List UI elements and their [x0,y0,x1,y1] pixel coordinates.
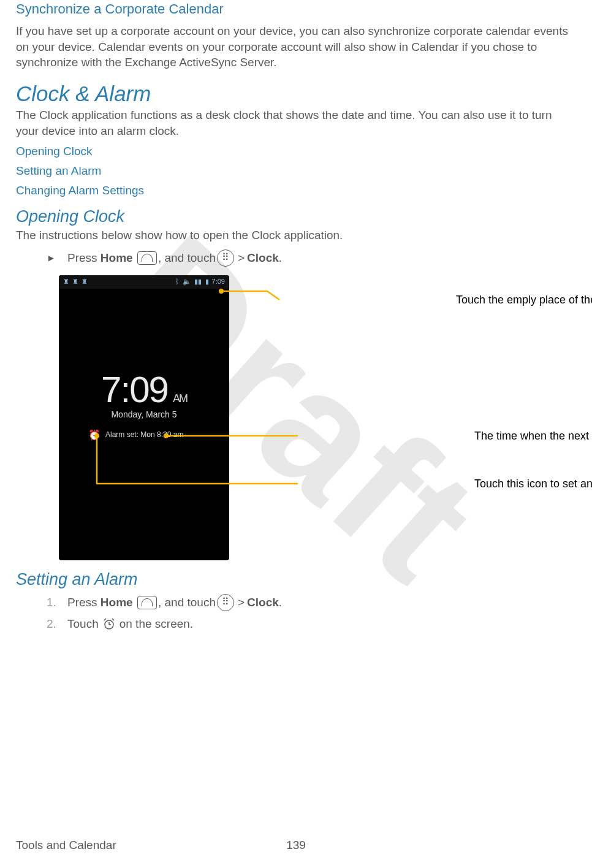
clock-ampm: AM [173,392,187,405]
step-number-1: 1. [47,596,67,609]
text-and-touch: , and touch [158,596,216,609]
heading-opening-clock: Opening Clock [16,207,576,226]
text-on-the-screen: on the screen. [120,617,193,631]
text-and-touch: , and touch [158,251,216,265]
heading-setting-an-alarm: Setting an Alarm [16,570,576,589]
text-greater-than: > [238,596,245,609]
clock-time: 7:09 AM [101,368,187,411]
alarm-row: ⏰ Alarm set: Mon 8:30 am [59,429,229,441]
notification-icon: ♜ [63,278,69,285]
text-press: Press [67,251,97,265]
notification-icon: ♜ [72,278,78,285]
signal-icon: ▮▮ [194,278,202,285]
step-number-2: 2. [47,617,67,631]
apps-icon [217,594,234,611]
paragraph-clock-alarm-body: The Clock application functions as a des… [16,107,576,139]
volume-icon: 🔈 [183,278,191,285]
text-greater-than: > [238,251,245,265]
home-icon [137,596,157,609]
home-icon [137,251,157,265]
callout-next-alarm: The time when the next alarm is set. [474,430,592,443]
heading-sync-corporate-calendar: Synchronize a Corporate Calendar [16,1,576,17]
text-home-bold: Home [101,251,133,265]
callout-set-alarm-icon: Touch this icon to set an alarm. [474,478,592,490]
text-clock-bold: Clock [247,251,279,265]
step-1-press-home: 1. Press Home , and touch > Clock . [47,594,576,611]
alarm-icon: ⏰ [88,429,101,441]
paragraph-sync-body: If you have set up a corporate account o… [16,23,576,70]
text-home-bold: Home [101,596,133,609]
text-clock-bold: Clock [247,596,279,609]
statusbar-right-icons: ᛒ 🔈 ▮▮ ▮ 7:09 [175,278,226,286]
bluetooth-icon: ᛒ [175,278,180,285]
svg-line-7 [112,619,114,620]
step-2-touch-alarm: 2. Touch on the screen. [47,616,576,632]
bullet-triangle-icon: ► [47,253,67,263]
figure-clock-screenshot: ♜ ♜ ♜ ᛒ 🔈 ▮▮ ▮ 7:09 7:09 AM [59,275,576,560]
statusbar-time: 7:09 [212,278,225,285]
link-changing-alarm-settings[interactable]: Changing Alarm Settings [16,184,576,197]
statusbar-left-icons: ♜ ♜ ♜ [63,278,88,286]
svg-line-6 [104,619,106,620]
text-period: . [279,596,282,609]
text-press: Press [67,596,97,609]
clock-face: 7:09 AM Monday, March 5 [59,368,229,419]
heading-clock-alarm: Clock & Alarm [16,82,576,106]
callout-dim-screen: Touch the emply place of the screen to d… [456,294,592,306]
phone-statusbar: ♜ ♜ ♜ ᛒ 🔈 ▮▮ ▮ 7:09 [59,275,229,289]
page-footer: Tools and Calendar 139 [16,839,576,852]
phone-mock: ♜ ♜ ♜ ᛒ 🔈 ▮▮ ▮ 7:09 7:09 AM [59,275,229,560]
footer-page-number: 139 [286,839,306,852]
footer-section-name: Tools and Calendar [16,839,116,852]
step-open-clock: ► Press Home , and touch > Clock . [47,249,576,267]
text-period: . [279,251,282,265]
notification-icon: ♜ [82,278,88,285]
link-opening-clock[interactable]: Opening Clock [16,145,576,158]
alarm-clock-icon [101,616,117,632]
clock-date: Monday, March 5 [59,409,229,419]
clock-time-value: 7:09 [101,368,168,411]
battery-icon: ▮ [205,278,209,285]
paragraph-opening-clock-body: The instructions below show how to open … [16,227,576,243]
apps-icon [217,249,234,267]
text-touch: Touch [67,617,99,631]
alarm-text: Alarm set: Mon 8:30 am [105,430,183,439]
link-setting-an-alarm[interactable]: Setting an Alarm [16,164,576,178]
